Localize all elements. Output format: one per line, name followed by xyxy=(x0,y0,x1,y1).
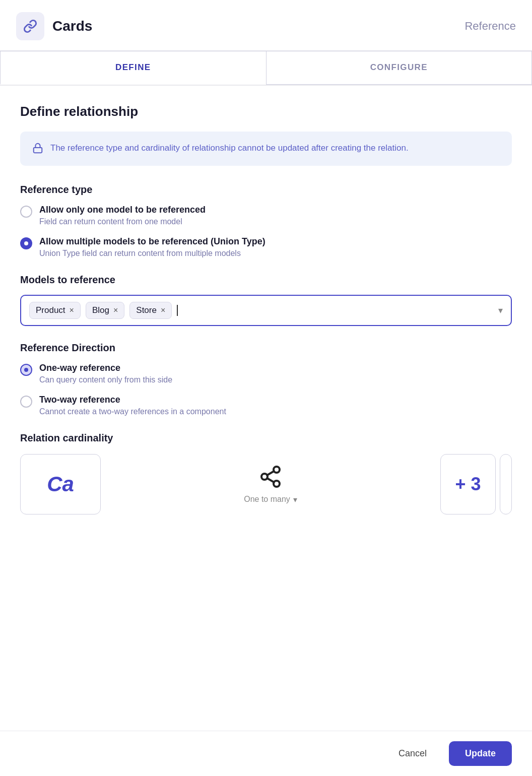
cardinality-type-label: One to many xyxy=(244,495,290,504)
input-cursor xyxy=(177,305,178,316)
radio-two-way-sublabel: Cannot create a two-way references in a … xyxy=(39,407,226,416)
model-tag-product: Product × xyxy=(29,302,81,319)
radio-option-single[interactable]: Allow only one model to be referenced Fi… xyxy=(20,205,512,226)
radio-single-text: Allow only one model to be referenced Fi… xyxy=(39,205,206,226)
radio-two-way-text: Two-way reference Cannot create a two-wa… xyxy=(39,395,226,416)
models-input[interactable]: Product × Blog × Store × ▾ xyxy=(20,295,512,326)
radio-one-way-sublabel: Can query content only from this side xyxy=(39,375,172,384)
radio-one-way-circle xyxy=(20,364,32,376)
svg-rect-0 xyxy=(34,148,42,153)
dropdown-arrow-icon[interactable]: ▾ xyxy=(498,305,503,316)
radio-one-way-text: One-way reference Can query content only… xyxy=(39,363,172,384)
cancel-button[interactable]: Cancel xyxy=(386,742,439,765)
header: Cards Reference xyxy=(0,0,532,51)
cardinality-plus-label: + 3 xyxy=(455,474,481,495)
footer: Cancel Update xyxy=(0,731,532,776)
models-label: Models to reference xyxy=(20,274,512,286)
reference-type-label: Reference type xyxy=(20,184,512,196)
model-tag-store-label: Store xyxy=(136,305,157,315)
svg-line-5 xyxy=(267,471,274,475)
radio-option-multiple[interactable]: Allow multiple models to be referenced (… xyxy=(20,236,512,258)
radio-two-way-circle xyxy=(20,396,32,408)
radio-multiple-label: Allow multiple models to be referenced (… xyxy=(39,236,265,247)
radio-multiple-text: Allow multiple models to be referenced (… xyxy=(39,236,265,258)
tab-configure[interactable]: CONFIGURE xyxy=(266,51,533,85)
cardinality-label: Relation cardinality xyxy=(20,432,512,444)
svg-line-4 xyxy=(267,478,274,482)
model-tag-product-remove[interactable]: × xyxy=(70,306,74,315)
cardinality-right-box-main: + 3 xyxy=(440,454,496,514)
cardinality-middle: One to many ▾ xyxy=(101,454,440,514)
share-icon xyxy=(258,465,283,491)
radio-multiple-circle xyxy=(20,237,32,249)
tab-define[interactable]: DEFINE xyxy=(0,51,266,85)
content: Define relationship The reference type a… xyxy=(0,86,532,575)
info-message: The reference type and cardinality of re… xyxy=(50,142,409,155)
tabs: DEFINE CONFIGURE xyxy=(0,51,532,86)
cardinality-right-boxes: + 3 xyxy=(440,454,512,514)
cardinality-left-box: Ca xyxy=(20,454,101,514)
define-relationship-title: Define relationship xyxy=(20,104,512,119)
cards-icon xyxy=(16,12,44,40)
update-button[interactable]: Update xyxy=(449,741,512,766)
model-tag-blog: Blog × xyxy=(86,302,124,319)
model-tag-store-remove[interactable]: × xyxy=(161,306,165,315)
cardinality-chevron-icon[interactable]: ▾ xyxy=(293,495,297,504)
radio-option-one-way[interactable]: One-way reference Can query content only… xyxy=(20,363,512,384)
radio-option-two-way[interactable]: Two-way reference Cannot create a two-wa… xyxy=(20,395,512,416)
cardinality-type-row: One to many ▾ xyxy=(244,495,297,504)
model-tag-blog-label: Blog xyxy=(92,305,109,315)
reference-label: Reference xyxy=(464,20,516,33)
model-tag-store: Store × xyxy=(129,302,172,319)
radio-single-label: Allow only one model to be referenced xyxy=(39,205,206,215)
radio-two-way-label: Two-way reference xyxy=(39,395,226,405)
radio-single-sublabel: Field can return content from one model xyxy=(39,217,206,226)
model-tag-blog-remove[interactable]: × xyxy=(113,306,118,315)
info-box: The reference type and cardinality of re… xyxy=(20,132,512,166)
radio-one-way-label: One-way reference xyxy=(39,363,172,373)
page-title: Cards xyxy=(52,18,92,34)
model-tag-product-label: Product xyxy=(36,305,65,315)
radio-multiple-sublabel: Union Type field can return content from… xyxy=(39,249,265,258)
relation-cardinality: Relation cardinality Ca On xyxy=(20,432,512,514)
lock-icon xyxy=(32,143,43,156)
cardinality-visual: Ca One to many ▾ xyxy=(20,454,512,514)
cardinality-right-box-extra xyxy=(500,454,512,514)
cardinality-left-text: Ca xyxy=(47,472,74,496)
radio-single-circle xyxy=(20,206,32,218)
reference-direction-group: One-way reference Can query content only… xyxy=(20,363,512,416)
models-section: Models to reference Product × Blog × Sto… xyxy=(20,274,512,326)
header-left: Cards xyxy=(16,12,92,40)
reference-type-group: Allow only one model to be referenced Fi… xyxy=(20,205,512,258)
reference-direction-label: Reference Direction xyxy=(20,342,512,354)
